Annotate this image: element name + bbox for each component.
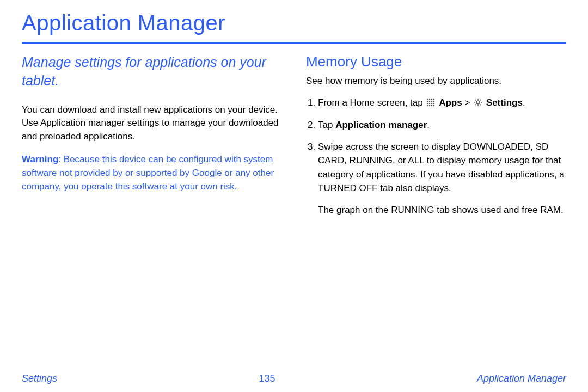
step3-extra: The graph on the RUNNING tab shows used … xyxy=(318,203,566,217)
warning-body: : Because this device can be configured … xyxy=(22,154,274,191)
step-3: Swipe across the screen to display DOWNL… xyxy=(318,140,566,195)
svg-point-3 xyxy=(433,98,435,100)
warning-label: Warning xyxy=(22,154,58,164)
step2-pre: Tap xyxy=(318,120,335,130)
svg-point-11 xyxy=(433,102,435,104)
svg-point-0 xyxy=(427,98,428,100)
step1-settings: Settings xyxy=(486,97,523,108)
svg-point-12 xyxy=(427,105,428,106)
svg-point-14 xyxy=(431,105,433,106)
apps-grid-icon xyxy=(426,97,435,111)
svg-point-10 xyxy=(431,102,433,104)
columns: Manage settings for applications on your… xyxy=(22,53,566,217)
svg-point-16 xyxy=(476,101,480,104)
footer-left: Settings xyxy=(22,373,57,384)
memory-intro: See how memory is being used by applicat… xyxy=(306,75,566,88)
svg-point-5 xyxy=(429,100,431,102)
svg-point-9 xyxy=(429,102,431,104)
svg-point-13 xyxy=(429,105,431,106)
step1-post: . xyxy=(523,97,525,108)
step-1: From a Home screen, tap Apps > Settings. xyxy=(318,96,566,111)
steps-list: From a Home screen, tap Apps > Settings.… xyxy=(306,96,566,195)
right-column: Memory Usage See how memory is being use… xyxy=(306,53,566,217)
document-page: Application Manager Manage settings for … xyxy=(0,0,588,392)
svg-point-6 xyxy=(431,100,433,102)
step2-bold: Application manager xyxy=(335,120,427,130)
warning-paragraph: Warning: Because this device can be conf… xyxy=(22,153,282,193)
footer-right: Application Manager xyxy=(477,373,566,384)
settings-gear-icon xyxy=(474,97,482,111)
svg-point-2 xyxy=(431,98,433,100)
svg-point-15 xyxy=(433,105,435,106)
svg-point-7 xyxy=(433,100,435,102)
left-column: Manage settings for applications on your… xyxy=(22,53,282,217)
step1-pre: From a Home screen, tap xyxy=(318,97,425,108)
svg-point-4 xyxy=(427,100,428,102)
step1-gt: > xyxy=(462,97,473,108)
step2-post: . xyxy=(427,120,430,130)
page-title: Application Manager xyxy=(22,11,566,35)
step1-apps: Apps xyxy=(439,97,462,108)
memory-usage-heading: Memory Usage xyxy=(306,53,566,70)
footer-page-number: 135 xyxy=(259,373,275,384)
step-2: Tap Application manager. xyxy=(318,118,566,132)
section-subtitle: Manage settings for applications on your… xyxy=(22,53,282,90)
intro-paragraph: You can download and install new applica… xyxy=(22,103,282,144)
svg-point-8 xyxy=(427,102,428,104)
page-footer: Settings 135 Application Manager xyxy=(0,373,588,384)
svg-point-1 xyxy=(429,98,431,100)
title-rule xyxy=(22,42,566,44)
